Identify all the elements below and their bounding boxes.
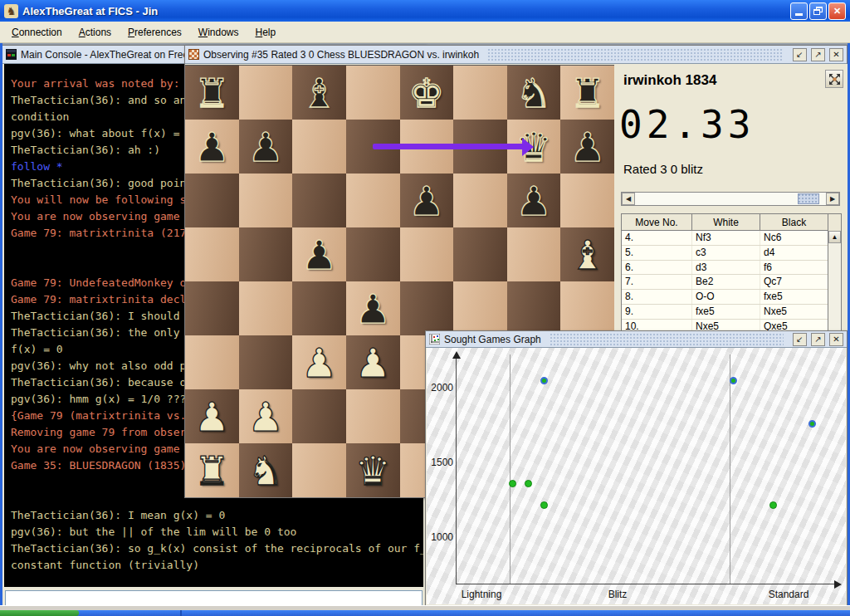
move-table-row[interactable]: 5.c3d4 xyxy=(622,246,841,261)
restore-button[interactable] xyxy=(809,2,827,20)
board-expand-button[interactable] xyxy=(825,70,843,88)
square-f4[interactable] xyxy=(453,281,507,335)
square-a4[interactable] xyxy=(185,281,239,335)
y-axis-arrowhead xyxy=(452,351,461,359)
menu-item-preferences[interactable]: Preferences xyxy=(121,24,188,41)
menu-item-actions[interactable]: Actions xyxy=(72,24,118,41)
square-b6[interactable] xyxy=(239,174,293,227)
graph-titlebar[interactable]: Sought Games Graph ↙ ↗ ✕ xyxy=(426,331,847,348)
menu-item-windows[interactable]: Windows xyxy=(192,24,246,41)
square-a7[interactable] xyxy=(185,120,239,174)
player-name-rating: irwinkoh 1834 xyxy=(623,72,716,89)
square-d2[interactable] xyxy=(346,389,400,443)
menu-item-help[interactable]: Help xyxy=(249,24,283,41)
square-g6[interactable] xyxy=(507,174,561,227)
scroll-up-icon[interactable]: ▲ xyxy=(828,231,841,243)
square-e8[interactable] xyxy=(400,66,454,120)
square-b4[interactable] xyxy=(239,281,293,335)
seek-dot[interactable] xyxy=(540,377,548,384)
square-a8[interactable] xyxy=(185,66,239,120)
square-c7[interactable] xyxy=(292,120,346,174)
hscrollbar-thumb[interactable] xyxy=(798,193,819,204)
square-d8[interactable] xyxy=(346,66,400,120)
square-f6[interactable] xyxy=(453,174,507,227)
move-table-row[interactable]: 7.Be2Qc7 xyxy=(622,275,841,290)
square-c8[interactable] xyxy=(292,66,346,120)
square-c2[interactable] xyxy=(292,389,346,443)
move-table-row[interactable]: 4.Nf3Nc6 xyxy=(622,231,841,246)
square-g8[interactable] xyxy=(507,66,561,120)
square-b1[interactable] xyxy=(239,443,293,497)
move-table-row[interactable]: 8.O-Ofxe5 xyxy=(622,290,841,305)
square-d1[interactable] xyxy=(346,443,400,497)
square-a3[interactable] xyxy=(185,335,239,389)
square-e5[interactable] xyxy=(400,227,454,281)
square-d5[interactable] xyxy=(346,227,400,281)
scroll-right-icon[interactable]: ▶ xyxy=(826,193,839,205)
scroll-left-icon[interactable]: ◀ xyxy=(622,193,635,205)
iconify-icon[interactable]: ↙ xyxy=(793,48,807,61)
move-list-hscrollbar[interactable]: ◀ ▶ xyxy=(621,192,840,206)
square-c5[interactable] xyxy=(292,227,346,281)
black-move: Qc7 xyxy=(760,275,828,289)
square-h4[interactable] xyxy=(560,281,614,335)
black-move: Nc6 xyxy=(760,231,828,245)
square-b2[interactable] xyxy=(239,389,293,443)
seek-dot[interactable] xyxy=(540,501,548,509)
square-h8[interactable] xyxy=(560,66,614,120)
move-number: 5. xyxy=(622,246,692,260)
move-table-row[interactable]: 6.d3f6 xyxy=(622,261,841,276)
menu-item-connection[interactable]: Connection xyxy=(5,24,69,41)
seek-dot[interactable] xyxy=(808,420,816,428)
square-a5[interactable] xyxy=(185,227,239,281)
maximize-icon[interactable]: ↗ xyxy=(811,48,825,61)
white-move: d3 xyxy=(692,261,760,275)
close-icon[interactable]: ✕ xyxy=(829,333,843,346)
start-button[interactable] xyxy=(0,610,79,616)
square-g5[interactable] xyxy=(507,227,561,281)
square-a1[interactable] xyxy=(185,443,239,497)
square-h5[interactable] xyxy=(560,227,614,281)
maximize-icon[interactable]: ↗ xyxy=(811,333,825,346)
square-f5[interactable] xyxy=(453,227,507,281)
square-b7[interactable] xyxy=(239,120,293,174)
square-b3[interactable] xyxy=(239,335,293,389)
square-d3[interactable] xyxy=(346,335,400,389)
console-line: TheTactician(36): I mean g(x) = 0 xyxy=(4,507,423,524)
black-move: f6 xyxy=(760,261,828,275)
square-c6[interactable] xyxy=(292,174,346,227)
square-c1[interactable] xyxy=(292,443,346,497)
square-h6[interactable] xyxy=(560,174,614,227)
seek-dot[interactable] xyxy=(525,480,532,487)
observing-titlebar[interactable]: Observing #35 Rated 3 0 Chess BLUESDRAGO… xyxy=(185,46,847,64)
square-g4[interactable] xyxy=(507,281,561,335)
window-titlebar[interactable]: ♞ AlexTheGreat at FICS - Jin ✕ xyxy=(0,0,850,22)
square-a2[interactable] xyxy=(185,389,239,443)
seek-dot[interactable] xyxy=(730,377,737,384)
square-e4[interactable] xyxy=(400,281,454,335)
square-f8[interactable] xyxy=(453,66,507,120)
windows-taskbar[interactable] xyxy=(0,610,850,616)
square-b8[interactable] xyxy=(239,66,293,120)
move-number: 4. xyxy=(622,231,692,245)
chessboard-icon xyxy=(188,49,199,60)
square-c4[interactable] xyxy=(292,281,346,335)
square-c3[interactable] xyxy=(292,335,346,389)
square-h7[interactable] xyxy=(560,120,614,174)
x-axis-arrowhead xyxy=(834,580,842,589)
square-b5[interactable] xyxy=(239,227,293,281)
move-table-row[interactable]: 9.fxe5Nxe5 xyxy=(622,305,841,320)
close-icon[interactable]: ✕ xyxy=(829,48,843,61)
square-d6[interactable] xyxy=(346,174,400,227)
sought-games-plot[interactable]: 100015002000LightningBlitzStandard xyxy=(427,348,846,604)
move-table-column-black: Black xyxy=(760,214,828,231)
seek-dot[interactable] xyxy=(509,480,516,487)
minimize-button[interactable] xyxy=(790,2,808,20)
square-a6[interactable] xyxy=(185,174,239,227)
square-e6[interactable] xyxy=(400,174,454,227)
iconify-icon[interactable]: ↙ xyxy=(793,333,807,346)
seek-dot[interactable] xyxy=(769,501,777,509)
square-d4[interactable] xyxy=(346,281,400,335)
console-icon xyxy=(6,49,17,60)
close-button[interactable]: ✕ xyxy=(828,2,846,20)
